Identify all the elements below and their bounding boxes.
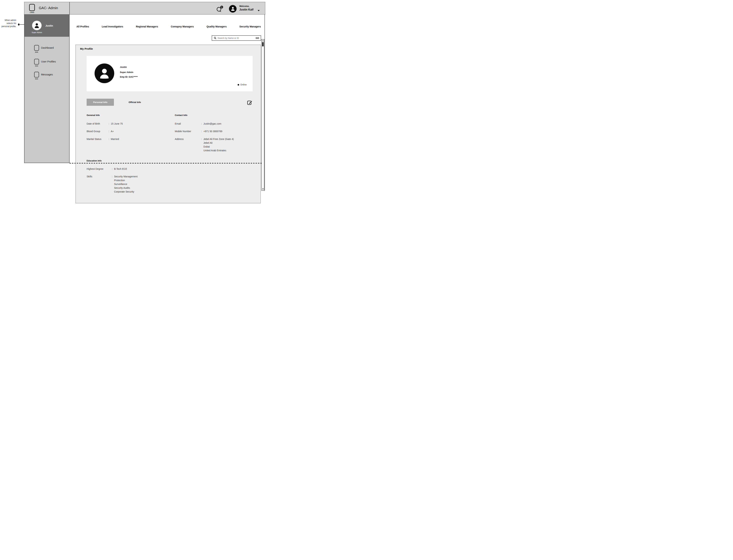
profile-emp-id: Emp ID: GAC***** xyxy=(120,76,138,78)
field-value: Married xyxy=(111,137,119,141)
search-go-button[interactable]: GO xyxy=(256,37,259,39)
field-date-of-birth: Date of Birth : 15 June 75 xyxy=(87,122,123,126)
field-address: Address : Jebel Ali Free Zone (Gate 4) J… xyxy=(175,137,234,152)
icon-caption: Icon xyxy=(33,65,40,67)
field-value: 15 June 75 xyxy=(111,122,123,126)
separator: : xyxy=(201,129,203,133)
search-icon xyxy=(214,37,216,39)
separator: : xyxy=(112,175,114,194)
profile-avatar xyxy=(95,63,114,83)
profile-name: Justin xyxy=(120,66,127,68)
field-label: Date of Birth xyxy=(87,122,109,126)
status-badge: Online xyxy=(238,83,247,86)
scrollbar-down-arrow-icon[interactable] xyxy=(262,189,264,190)
logo-caption: LOGO xyxy=(28,12,36,13)
user-profiles-icon xyxy=(34,59,39,65)
field-value: Jebel Ali Free Zone (Gate 4) Jebel Ali D… xyxy=(203,137,234,152)
education-info-heading: Education Info xyxy=(87,160,102,162)
sidebar-profile-avatar xyxy=(32,21,42,30)
field-email: Email : Justin@gac.com xyxy=(175,122,221,126)
tab-personal-info[interactable]: Personal Info xyxy=(87,99,114,106)
annotation-note: When admin selects his personal profile. xyxy=(1,19,16,28)
my-profile-panel: My Profile Justin Super Admin Emp ID: GA… xyxy=(76,45,261,203)
dashboard-icon xyxy=(34,45,39,51)
online-status-dot xyxy=(238,84,239,86)
field-label: Skills xyxy=(87,175,112,194)
search-bar: GO xyxy=(212,35,261,41)
field-value: Justin@gac.com xyxy=(203,122,221,126)
app-canvas: When admin selects his personal profile.… xyxy=(0,0,267,204)
app-title: GAC- Admin xyxy=(39,6,58,10)
sidebar: Justin Super Admin Icon Dashboard Icon U… xyxy=(24,14,70,163)
tab-company-managers[interactable]: Comapny Managers xyxy=(171,25,194,28)
sidebar-item-label: Messages xyxy=(41,73,53,76)
sidebar-profile-name: Justin xyxy=(45,24,53,27)
icon-caption: Icon xyxy=(33,51,40,53)
tab-regional-managers[interactable]: Regional Managers xyxy=(136,25,158,28)
online-status-label: Online xyxy=(240,83,247,86)
separator: : xyxy=(201,122,203,126)
profile-summary-card: Justin Super Admin Emp ID: GAC***** Onli… xyxy=(87,56,253,91)
page-title: My Profile xyxy=(80,47,93,50)
user-menu-caret-icon[interactable] xyxy=(258,10,260,11)
scrollbar-thumb[interactable] xyxy=(262,42,264,46)
tab-security-managers[interactable]: Security Managers xyxy=(240,25,261,28)
field-value: Security Management Protection Surveilla… xyxy=(114,175,138,194)
separator: : xyxy=(201,137,203,152)
field-value: A+ xyxy=(111,129,114,133)
notification-count-badge: 8 xyxy=(220,6,223,8)
header-bar: LOGO GAC- Admin 8 Welcome, Justin Kalf xyxy=(24,2,265,14)
sidebar-item-label: User Profiles xyxy=(41,60,56,63)
field-blood-group: Blood Group : A+ xyxy=(87,129,114,133)
vertical-scrollbar[interactable] xyxy=(261,39,264,191)
separator: : xyxy=(112,167,114,171)
edit-pencil-icon xyxy=(247,100,252,105)
field-highest-degree: Highest Degree : B.Tech ECE xyxy=(87,167,127,171)
tab-quality-managers[interactable]: Quality Managers xyxy=(207,25,227,28)
separator: : xyxy=(109,122,111,126)
scrollbar-up-arrow-icon[interactable] xyxy=(262,40,264,41)
tab-official-info[interactable]: Official Info xyxy=(124,99,145,106)
general-info-heading: Genenal Info xyxy=(87,114,100,116)
field-marital-status: Marital Status : Married xyxy=(87,137,119,141)
tab-lead-investigators[interactable]: Lead Investigators xyxy=(102,25,123,28)
field-value: +971 50 3000789 xyxy=(203,129,222,133)
contact-info-heading: Contact Info xyxy=(175,114,187,116)
field-label: Blood Group xyxy=(87,129,109,133)
fold-dashed-line xyxy=(70,163,262,164)
logo-placeholder xyxy=(29,4,35,11)
field-label: Marital Status xyxy=(87,137,109,141)
field-mobile-number: Mobile Number : +971 50 3000789 xyxy=(175,129,222,133)
sidebar-item-messages[interactable]: Icon Messages xyxy=(25,72,69,82)
field-label: Address xyxy=(175,137,201,152)
user-avatar[interactable] xyxy=(229,5,237,13)
profile-category-tabs: All Profiles Lead Investigators Regional… xyxy=(76,23,261,30)
sidebar-profile-role: Super Admin xyxy=(28,31,46,33)
logo-section: LOGO GAC- Admin xyxy=(24,2,70,14)
separator: : xyxy=(109,137,111,141)
profile-role: Super Admin xyxy=(120,71,133,73)
user-name: Justin Kalf xyxy=(239,8,253,11)
field-label: Email xyxy=(175,122,201,126)
sidebar-item-user-profiles[interactable]: Icon User Profiles xyxy=(25,59,69,70)
sidebar-profile-selected[interactable]: Justin Super Admin xyxy=(25,14,69,37)
separator: : xyxy=(109,129,111,133)
sidebar-item-label: Dashboard xyxy=(41,46,54,49)
icon-caption: Icon xyxy=(33,78,40,80)
field-label: Highest Degree xyxy=(87,167,112,171)
search-input[interactable] xyxy=(216,37,256,39)
edit-profile-button[interactable] xyxy=(247,100,252,105)
tab-all-profiles[interactable]: All Profiles xyxy=(76,25,89,28)
field-value: B.Tech ECE xyxy=(114,167,127,171)
content-right-border xyxy=(265,14,265,191)
welcome-text: Welcome, xyxy=(239,5,249,7)
messages-icon xyxy=(34,72,39,77)
field-label: Mobile Number xyxy=(175,129,201,133)
sidebar-item-dashboard[interactable]: Icon Dashboard xyxy=(25,45,69,56)
field-skills: Skills : Security Management Protection … xyxy=(87,175,138,194)
